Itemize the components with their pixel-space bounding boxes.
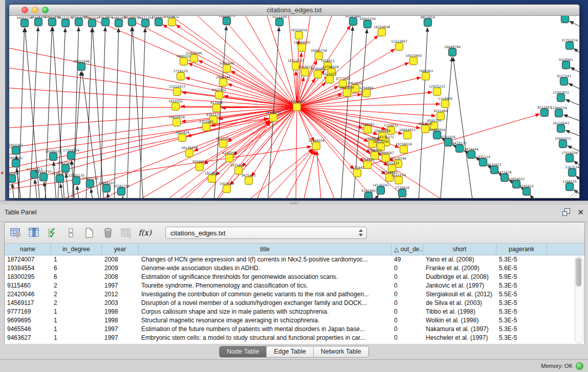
graph-node[interactable] — [343, 89, 351, 97]
graph-node[interactable] — [468, 151, 475, 159]
graph-node[interactable] — [326, 76, 334, 83]
table-row[interactable]: 946362711997Embryonic stem cells: a mode… — [5, 334, 584, 342]
graph-node[interactable] — [395, 177, 403, 184]
new-column-icon[interactable] — [83, 227, 96, 239]
graph-node[interactable] — [128, 18, 136, 26]
table-row[interactable]: 1938455462009Genome-wide association stu… — [5, 264, 584, 273]
cell-title[interactable]: Tourette syndrome. Phenomenology and cla… — [139, 281, 391, 290]
cell-in_degree[interactable]: 6 — [51, 273, 102, 281]
graph-node[interactable] — [561, 16, 569, 23]
graph-node[interactable] — [102, 18, 110, 26]
graph-node[interactable] — [562, 61, 570, 69]
graph-node[interactable] — [12, 160, 20, 167]
graph-node[interactable] — [557, 94, 565, 102]
cell-year[interactable]: 1997 — [102, 334, 139, 342]
cell-name[interactable]: 9463627 — [5, 334, 51, 342]
graph-node[interactable] — [213, 104, 221, 112]
cell-pagerank[interactable]: 5.9E-5 — [496, 273, 547, 281]
cell-year[interactable]: 2008 — [102, 273, 139, 281]
cell-year[interactable]: 2008 — [102, 255, 139, 264]
cell-short[interactable]: Yano et al. (2008) — [423, 255, 496, 264]
graph-node[interactable] — [115, 19, 123, 27]
graph-node[interactable] — [364, 20, 372, 28]
cell-pagerank[interactable]: 5.6E-5 — [496, 264, 547, 273]
cell-out_degree[interactable]: 0 — [391, 308, 423, 316]
cell-name[interactable]: 22420046 — [5, 290, 51, 299]
cell-year[interactable]: 1997 — [102, 281, 139, 290]
scrollbar-thumb[interactable] — [576, 258, 581, 287]
graph-node[interactable] — [89, 19, 96, 27]
graph-node[interactable] — [480, 159, 487, 166]
cell-out_degree[interactable]: 0 — [391, 316, 423, 325]
float-panel-icon[interactable] — [562, 208, 570, 216]
graph-node[interactable] — [566, 155, 574, 162]
column-header-short[interactable]: short — [423, 244, 496, 255]
network-window[interactable]: citations_edges.txt 18724007183002951938… — [9, 4, 580, 199]
cell-name[interactable]: 18724007 — [5, 255, 51, 264]
column-header-name[interactable]: name — [5, 244, 51, 255]
graph-node[interactable] — [78, 63, 85, 71]
tab-node-table[interactable]: Node Table — [220, 346, 267, 357]
graph-node[interactable] — [179, 134, 186, 142]
cell-out_degree[interactable]: 0 — [391, 264, 423, 273]
cell-pagerank[interactable]: 5.3E-5 — [496, 299, 547, 308]
unselect-rows-icon[interactable] — [65, 227, 77, 239]
graph-node[interactable] — [422, 73, 430, 80]
table-row[interactable]: 969969511998Structural magnetic resonanc… — [5, 316, 584, 325]
graph-node[interactable] — [180, 58, 188, 65]
cell-title[interactable]: Structural magnetic resonance image aver… — [139, 316, 391, 325]
graph-node[interactable] — [226, 155, 233, 162]
graph-node[interactable] — [433, 88, 441, 96]
table-row[interactable]: 911546021997Tourette syndrome. Phenomeno… — [5, 281, 584, 290]
column-header-out_degree[interactable]: △ out_de... — [391, 244, 423, 255]
graph-node[interactable] — [40, 173, 48, 181]
graph-node[interactable] — [566, 183, 574, 191]
cell-title[interactable]: Estimation of significance thresholds fo… — [139, 273, 391, 281]
cell-name[interactable]: 14569117 — [5, 299, 51, 308]
graph-node[interactable] — [245, 177, 253, 185]
graph-node[interactable] — [220, 79, 227, 86]
graph-node[interactable] — [12, 147, 20, 155]
cell-year[interactable]: 2012 — [102, 290, 139, 299]
graph-node[interactable] — [301, 69, 309, 76]
network-canvas[interactable]: 1872400718300295193845541405572418224391… — [9, 16, 579, 198]
cell-name[interactable]: 19384554 — [5, 264, 51, 273]
graph-node[interactable] — [569, 169, 576, 177]
cell-out_degree[interactable]: 0 — [391, 281, 423, 290]
graph-node[interactable] — [399, 189, 406, 197]
gutter-collapse-icon[interactable] — [1, 171, 3, 174]
table-mode-icon[interactable] — [10, 227, 22, 239]
cell-in_degree[interactable]: 1 — [51, 308, 102, 316]
cell-in_degree[interactable]: 1 — [51, 334, 102, 342]
graph-node[interactable] — [56, 175, 64, 183]
graph-node[interactable] — [377, 187, 385, 194]
graph-node[interactable] — [103, 185, 111, 192]
cell-in_degree[interactable]: 1 — [51, 316, 102, 325]
column-header-pagerank[interactable]: pagerank — [496, 244, 547, 255]
cell-title[interactable]: Disruption of a novel member of a sodium… — [139, 299, 391, 308]
graph-node[interactable] — [523, 188, 531, 195]
graph-node[interactable] — [410, 57, 418, 65]
graph-node[interactable] — [445, 139, 452, 146]
table-row[interactable]: 1456911722003Disruption of a novel membe… — [5, 299, 584, 308]
network-table-selector[interactable]: citations_edges.txt — [165, 227, 367, 239]
cell-year[interactable]: 1997 — [102, 325, 139, 334]
graph-node[interactable] — [177, 73, 185, 80]
cell-title[interactable]: Estimation of the future numbers of pati… — [139, 325, 391, 334]
graph-node[interactable] — [68, 152, 75, 160]
cell-name[interactable]: 18300295 — [5, 273, 51, 281]
cell-pagerank[interactable]: 5.3E-5 — [496, 308, 547, 316]
graph-node[interactable] — [173, 88, 181, 96]
table-row[interactable]: 977716911998Corpus callosum shape and si… — [5, 308, 584, 316]
delete-column-icon[interactable] — [102, 227, 114, 239]
cell-in_degree[interactable]: 2 — [51, 299, 102, 308]
graph-node[interactable] — [293, 103, 301, 111]
cell-in_degree[interactable]: 2 — [51, 290, 102, 299]
graph-node[interactable] — [560, 78, 568, 85]
cell-title[interactable]: Changes of HCN gene expression and I(f) … — [139, 255, 391, 264]
graph-node[interactable] — [223, 17, 231, 25]
graph-node[interactable] — [62, 19, 70, 27]
cell-year[interactable]: 2003 — [102, 299, 139, 308]
close-panel-icon[interactable]: ✕ — [577, 208, 584, 216]
graph-node[interactable] — [501, 174, 509, 182]
